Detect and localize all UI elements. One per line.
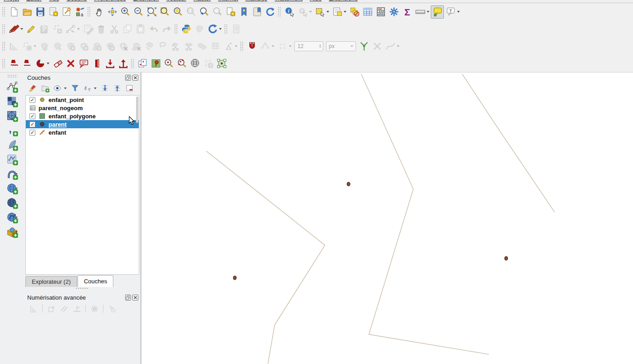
refresh-map-button[interactable] (263, 5, 277, 19)
cad-floater-button[interactable] (107, 303, 117, 314)
scale-feature-button[interactable] (51, 40, 64, 53)
add-web-layer-button[interactable] (5, 225, 20, 239)
advanced-digitizing-close-button[interactable] (132, 295, 138, 301)
attributes-toolbar-handle[interactable] (278, 7, 281, 17)
zoom-out-button[interactable] (132, 5, 145, 19)
xy-coordinates-button[interactable]: X,Y (202, 57, 215, 70)
enable-tracing-button[interactable] (384, 40, 397, 53)
metasearch-button[interactable] (193, 23, 206, 36)
open-project-button[interactable] (20, 5, 34, 19)
select-features-dropdown-arrow[interactable] (326, 11, 329, 13)
extent-frame-button[interactable] (215, 57, 228, 70)
remove-layer-button[interactable] (124, 83, 135, 94)
import-data-button[interactable] (103, 57, 117, 70)
menu-raster[interactable]: Raster (190, 0, 214, 2)
redo-button[interactable] (160, 23, 173, 36)
map-canvas[interactable] (141, 73, 633, 364)
select-by-value-dropdown-arrow[interactable] (344, 11, 346, 13)
style-manager-button[interactable]: a (73, 5, 86, 19)
menu-vue[interactable]: Vue (45, 0, 63, 2)
add-part-button[interactable] (90, 40, 103, 53)
move-feature-button[interactable] (20, 40, 34, 53)
project-toolbar-handle[interactable] (2, 7, 5, 17)
layer-visibility-checkbox[interactable]: ✓ (29, 113, 35, 119)
copy-map-features-button[interactable] (136, 57, 149, 70)
tab-explorateur-2[interactable]: Explorateur (2) (25, 276, 77, 287)
layer-row-parent_nogeom[interactable]: parent_nogeom (26, 104, 139, 112)
menu-vecteur[interactable]: Vecteur (163, 0, 190, 2)
add-wcs-layer-button[interactable] (5, 196, 20, 210)
move-feature-dropdown-arrow[interactable] (34, 45, 36, 47)
marker-wavy-underline-button[interactable] (7, 57, 20, 70)
vertex-tool-button[interactable] (64, 23, 77, 36)
parallel-constraint-button[interactable] (58, 303, 69, 314)
select-by-value-button[interactable] (331, 5, 344, 19)
layer-visibility-checkbox[interactable]: ✓ (29, 121, 35, 127)
filter-by-expression-dropdown-arrow[interactable] (94, 87, 97, 89)
split-features-button[interactable] (169, 40, 182, 53)
add-feature-button[interactable] (51, 23, 64, 36)
fill-ring-button[interactable] (103, 40, 117, 53)
plugins-toolbar-handle[interactable] (174, 24, 178, 34)
save-layer-edits-button[interactable] (38, 23, 51, 36)
snap-on-intersection-button[interactable] (276, 40, 289, 53)
shape-tool-dropdown-arrow[interactable] (47, 63, 49, 64)
menu-extension[interactable]: Extension (130, 0, 163, 2)
run-feature-action-button[interactable] (296, 5, 309, 19)
menu-maillage[interactable]: Maillage (242, 0, 271, 2)
open-attribute-table-button[interactable] (361, 5, 374, 19)
advanced-digitizing-float-button[interactable] (125, 295, 131, 301)
tab-couches[interactable]: Couches (78, 275, 113, 287)
menu-extensions[interactable]: Extensions (325, 0, 361, 2)
current-edits-button[interactable] (7, 23, 20, 36)
layer-list-scrollbar[interactable] (136, 97, 138, 123)
add-wfs-layer-dropdown-arrow[interactable] (15, 217, 18, 218)
add-wms-layer-dropdown-arrow[interactable] (15, 188, 18, 189)
layer-row-parent[interactable]: ✓parent (26, 120, 139, 128)
cad-dock-enable-button[interactable] (28, 303, 39, 314)
toggle-editing-button[interactable] (24, 23, 38, 36)
add-mesh-layer-button[interactable] (5, 109, 20, 123)
layer-row-enfant_polygone[interactable]: ✓enfant_polygone (26, 112, 139, 120)
delete-features-button[interactable] (64, 57, 77, 70)
zoom-in-button[interactable] (119, 5, 132, 19)
save-project-button[interactable] (34, 5, 47, 19)
digitizing-toolbar-handle[interactable] (2, 24, 5, 34)
text-annotation-dropdown-arrow[interactable] (457, 11, 460, 13)
menu-pr-f-rences[interactable]: Préférences (90, 0, 129, 2)
undo-button[interactable] (147, 23, 160, 36)
plugin-reloader-button[interactable] (206, 23, 219, 36)
add-group-button[interactable] (39, 83, 50, 94)
zoom-to-layer-button[interactable] (171, 5, 185, 19)
digitizing-settings-button[interactable] (89, 303, 100, 314)
reshape-features-button[interactable] (143, 40, 156, 53)
add-postgis-layer-dropdown-arrow[interactable] (15, 173, 18, 175)
layer-row-enfant_point[interactable]: ✓enfant_point (26, 96, 139, 104)
snap-tolerance-spinbox[interactable]: 12▲▼ (294, 41, 323, 51)
rotate-point-symbols-button[interactable] (222, 40, 235, 53)
zoom-native-button[interactable]: 1:1 (185, 5, 198, 19)
delete-selected-button[interactable] (94, 23, 107, 36)
snapping-options-dropdown-arrow[interactable] (272, 45, 274, 47)
eraser-tool-button[interactable] (51, 57, 64, 70)
layer-visibility-checkbox[interactable]: ✓ (29, 130, 35, 136)
plugin-help-button[interactable]: ? (229, 23, 243, 36)
add-vector-layer-button[interactable] (5, 80, 20, 94)
show-bookmarks-button[interactable] (237, 5, 250, 19)
zoom-to-points-button[interactable] (175, 57, 189, 70)
topological-editing-button[interactable] (357, 40, 370, 53)
map-tips-button[interactable] (431, 5, 444, 19)
add-wms-layer-button[interactable] (5, 181, 20, 196)
plugin-reloader-dropdown-arrow[interactable] (219, 28, 222, 30)
manage-layers-toolbar-handle[interactable] (7, 74, 17, 78)
add-wfs-layer-button[interactable] (5, 210, 20, 225)
layers-panel-close-button[interactable] (132, 75, 138, 81)
web-globe-button[interactable] (189, 57, 202, 70)
snapping-options-button[interactable] (258, 40, 272, 53)
delete-part-button[interactable] (130, 40, 143, 53)
add-web-layer-dropdown-arrow[interactable] (15, 231, 18, 233)
merge-features-button[interactable] (195, 40, 209, 53)
offset-curve-button[interactable] (156, 40, 169, 53)
show-statistics-button[interactable]: Σ (400, 5, 414, 19)
advanced-digitizing-toolbar-handle[interactable] (2, 41, 5, 51)
